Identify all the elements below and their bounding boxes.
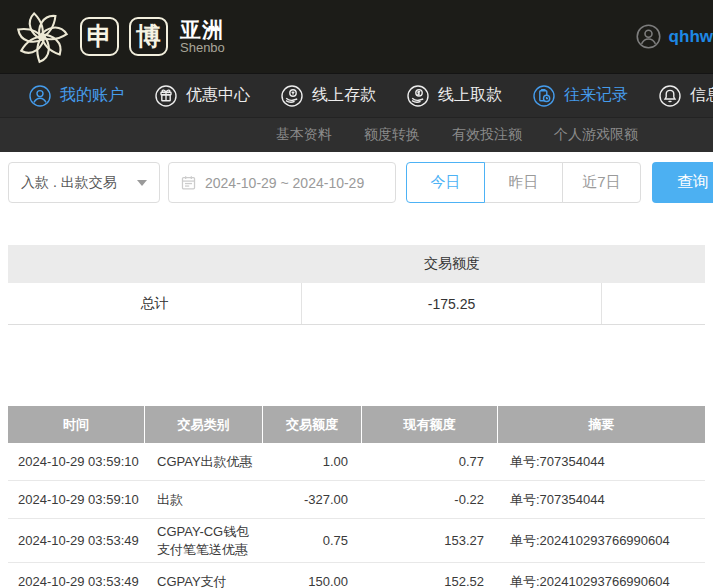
- chevron-down-icon: [137, 180, 147, 186]
- quick-range-last7days-button[interactable]: 近7日: [562, 162, 641, 203]
- bell-icon: [658, 84, 682, 108]
- tx-memo: 单号:202410293766990604: [498, 563, 705, 588]
- summary-total-label: 总计: [8, 283, 302, 324]
- col-header-time: 时间: [8, 406, 145, 443]
- calendar-icon: [180, 174, 197, 191]
- tx-time: 2024-10-29 03:59:10: [8, 443, 145, 480]
- tx-memo: 单号:202410293766990604: [498, 519, 705, 562]
- tx-type: 出款: [145, 481, 263, 518]
- summary-header-amount: 交易额度: [302, 255, 602, 273]
- date-range-input[interactable]: 2024-10-29 ~ 2024-10-29: [168, 162, 396, 203]
- site-logo[interactable]: 申 博 亚洲 Shenbo: [14, 9, 225, 65]
- subnav-item-credit-transfer[interactable]: 额度转换: [364, 126, 420, 144]
- summary-empty-cell: [602, 283, 705, 324]
- tx-type: CGPAY-CG钱包支付笔笔送优惠: [145, 519, 263, 562]
- transactions-table: 时间 交易类别 交易额度 现有额度 摘要 2024-10-29 03:59:10…: [8, 406, 705, 588]
- subnav-item-valid-bets[interactable]: 有效投注额: [452, 126, 522, 144]
- logo-char-bo: 博: [129, 17, 168, 56]
- nav-item-messages[interactable]: 信息: [658, 84, 713, 108]
- nav-item-online-deposit[interactable]: 线上存款: [280, 84, 376, 108]
- nav-label: 往来记录: [564, 85, 628, 106]
- date-range-value: 2024-10-29 ~ 2024-10-29: [205, 175, 364, 191]
- records-icon: [532, 84, 556, 108]
- tx-time: 2024-10-29 03:53:49: [8, 563, 145, 588]
- col-header-memo: 摘要: [498, 406, 705, 443]
- col-header-type: 交易类别: [145, 406, 263, 443]
- main-nav: 我的账户 优惠中心 线上存款: [0, 73, 713, 117]
- col-header-balance: 现有额度: [362, 406, 498, 443]
- summary-table-header: 交易额度: [8, 245, 705, 283]
- transactions-header-row: 时间 交易类别 交易额度 现有额度 摘要: [8, 406, 705, 443]
- quick-range-today-button[interactable]: 今日: [406, 162, 485, 203]
- nav-label: 我的账户: [60, 85, 124, 106]
- transaction-type-select[interactable]: 入款 . 出款交易: [8, 162, 160, 203]
- nav-item-my-account[interactable]: 我的账户: [28, 84, 124, 108]
- tx-amount: 150.00: [263, 563, 362, 588]
- withdraw-icon: [406, 84, 430, 108]
- account-subnav: 基本资料 额度转换 有效投注额 个人游戏限额: [0, 117, 713, 152]
- page-root: 申 博 亚洲 Shenbo qhhw 我的账户: [0, 0, 713, 588]
- nav-item-online-withdrawal[interactable]: 线上取款: [406, 84, 502, 108]
- filter-bar: 入款 . 出款交易 2024-10-29 ~ 2024-10-29 今日 昨日 …: [8, 162, 705, 203]
- tx-amount: 1.00: [263, 443, 362, 480]
- table-row: 2024-10-29 03:53:49 CGPAY-CG钱包支付笔笔送优惠 0.…: [8, 519, 705, 563]
- user-menu[interactable]: qhhw: [635, 23, 713, 50]
- logo-text: 亚洲 Shenbo: [180, 19, 225, 55]
- user-icon: [28, 84, 52, 108]
- tx-amount: 0.75: [263, 519, 362, 562]
- tx-memo: 单号:707354044: [498, 443, 705, 480]
- summary-table: 交易额度 总计 -175.25: [8, 245, 705, 325]
- nav-label: 信息: [690, 85, 713, 106]
- search-button[interactable]: 查询: [652, 162, 713, 203]
- tx-balance: 152.52: [362, 563, 498, 588]
- tx-time: 2024-10-29 03:59:10: [8, 481, 145, 518]
- tx-type: CGPAY支付: [145, 563, 263, 588]
- col-header-amount: 交易额度: [263, 406, 362, 443]
- summary-total-row: 总计 -175.25: [8, 283, 705, 325]
- nav-item-transaction-records[interactable]: 往来记录: [532, 84, 628, 108]
- quick-range-group: 今日 昨日 近7日: [406, 162, 641, 203]
- tx-balance: 153.27: [362, 519, 498, 562]
- tx-time: 2024-10-29 03:53:49: [8, 519, 145, 562]
- flower-logo-icon: [14, 9, 70, 65]
- site-header: 申 博 亚洲 Shenbo qhhw: [0, 0, 713, 73]
- quick-range-yesterday-button[interactable]: 昨日: [484, 162, 563, 203]
- table-row: 2024-10-29 03:59:10 CGPAY出款优惠 1.00 0.77 …: [8, 443, 705, 481]
- subnav-item-personal-game-limit[interactable]: 个人游戏限额: [554, 126, 638, 144]
- logo-char-shen: 申: [80, 17, 119, 56]
- tx-type: CGPAY出款优惠: [145, 443, 263, 480]
- tx-balance: -0.22: [362, 481, 498, 518]
- nav-label: 线上取款: [438, 85, 502, 106]
- nav-label: 优惠中心: [186, 85, 250, 106]
- transaction-type-value: 入款 . 出款交易: [21, 174, 117, 192]
- user-avatar-icon: [635, 23, 662, 50]
- tx-amount: -327.00: [263, 481, 362, 518]
- summary-total-value: -175.25: [302, 283, 602, 324]
- logo-subtitle: Shenbo: [180, 41, 225, 55]
- subnav-item-basic-info[interactable]: 基本资料: [276, 126, 332, 144]
- table-row: 2024-10-29 03:59:10 出款 -327.00 -0.22 单号:…: [8, 481, 705, 519]
- tx-memo: 单号:707354044: [498, 481, 705, 518]
- tx-balance: 0.77: [362, 443, 498, 480]
- table-row: 2024-10-29 03:53:49 CGPAY支付 150.00 152.5…: [8, 563, 705, 588]
- username: qhhw: [669, 27, 713, 47]
- deposit-icon: [280, 84, 304, 108]
- nav-item-promotions[interactable]: 优惠中心: [154, 84, 250, 108]
- logo-region: 亚洲: [180, 19, 225, 41]
- gift-icon: [154, 84, 178, 108]
- nav-label: 线上存款: [312, 85, 376, 106]
